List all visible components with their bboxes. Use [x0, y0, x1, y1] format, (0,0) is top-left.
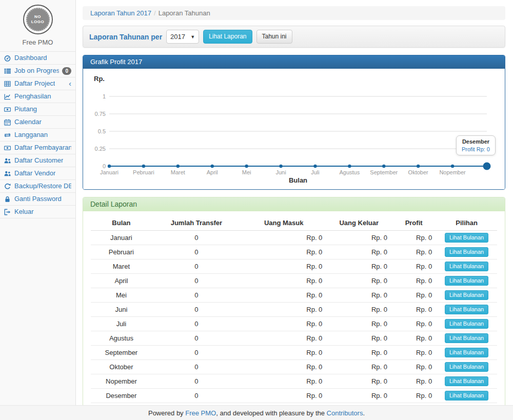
count-badge: 0 [62, 67, 71, 75]
lihat-bulanan-button[interactable]: Lihat Bulanan [445, 319, 488, 329]
svg-text:Agustus: Agustus [339, 169, 360, 175]
sidebar-item-backup-restore-db[interactable]: Backup/Restore DB [0, 180, 75, 193]
cell-pilihan: Lihat Bulanan [436, 303, 497, 317]
svg-text:Rp.: Rp. [94, 75, 105, 83]
cell-profit: Rp. 0 [391, 374, 436, 389]
cell-profit: Rp. 0 [391, 259, 436, 274]
cell-uang-keluar: Rp. 0 [326, 389, 391, 403]
cell-bulan: Januari [91, 231, 152, 245]
cell-jumlah-transfer: 0 [152, 274, 241, 288]
sidebar-menu: DashboardJob on Progress0Daftar Project‹… [0, 51, 75, 218]
cell-profit: Rp. 0 [391, 288, 436, 303]
main-content: Laporan Tahun 2017/Laporan Tahunan Lapor… [76, 0, 513, 405]
cell-bulan: Juni [91, 303, 152, 317]
retweet-icon [4, 132, 11, 138]
cell-profit: Rp. 0 [391, 274, 436, 288]
sidebar-item-label: Keluar [14, 208, 34, 216]
lihat-bulanan-button[interactable]: Lihat Bulanan [445, 305, 488, 314]
cell-uang-masuk: Rp. 0 [241, 303, 326, 317]
cell-bulan: Oktober [91, 360, 152, 374]
lihat-bulanan-button[interactable]: Lihat Bulanan [445, 362, 488, 372]
sidebar-item-daftar-vendor[interactable]: Daftar Vendor [0, 167, 75, 180]
cell-profit: Rp. 0 [391, 331, 436, 346]
table-row-juni: Juni0Rp. 0Rp. 0Rp. 0Lihat Bulanan [91, 303, 497, 317]
lihat-bulanan-button[interactable]: Lihat Bulanan [445, 333, 488, 343]
cell-uang-masuk: Rp. 0 [241, 360, 326, 374]
sidebar-item-label: Job on Progress [14, 67, 59, 75]
tahun-ini-button[interactable]: Tahun ini [256, 30, 292, 44]
logo-text-line1: NO [34, 14, 41, 19]
cell-uang-masuk: Rp. 0 [241, 374, 326, 389]
sidebar-item-piutang[interactable]: Piutang [0, 103, 75, 116]
cell-uang-masuk: Rp. 0 [241, 245, 326, 259]
sidebar-item-penghasilan[interactable]: Penghasilan [0, 90, 75, 103]
footer-middle: , and developed with pleasure by the [216, 409, 326, 417]
grafik-profit-svg: 00.250.50.751JanuariPebruariMaretAprilMe… [91, 73, 496, 184]
cell-jumlah-transfer: 0 [152, 245, 241, 259]
col-header-jumlah-transfer: Jumlah Transfer [152, 215, 241, 231]
sidebar-item-dashboard[interactable]: Dashboard [0, 52, 75, 65]
cell-jumlah-transfer: 0 [152, 303, 241, 317]
calendar-icon [4, 119, 11, 126]
sidebar-item-label: Backup/Restore DB [14, 182, 71, 190]
svg-text:Juli: Juli [311, 169, 320, 175]
svg-text:Oktober: Oktober [408, 169, 428, 175]
sidebar-item-ganti-password[interactable]: Ganti Password [0, 193, 75, 206]
table-row-september: September0Rp. 0Rp. 0Rp. 0Lihat Bulanan [91, 346, 497, 360]
lihat-bulanan-button[interactable]: Lihat Bulanan [445, 376, 488, 386]
table-row-nopember: Nopember0Rp. 0Rp. 0Rp. 0Lihat Bulanan [91, 374, 497, 389]
lihat-bulanan-button[interactable]: Lihat Bulanan [445, 262, 488, 271]
lihat-bulanan-button[interactable]: Lihat Bulanan [445, 348, 488, 357]
sidebar-item-daftar-customer[interactable]: Daftar Customer [0, 154, 75, 167]
year-select-value: 2017 [170, 33, 185, 41]
users-icon [4, 157, 11, 164]
users-icon [4, 170, 11, 177]
sidebar: NO LOGO Free PMO DashboardJob on Progres… [0, 0, 76, 405]
sidebar-item-label: Daftar Pembayaran [14, 144, 71, 152]
cell-uang-keluar: Rp. 0 [326, 331, 391, 346]
dashboard-icon [4, 55, 11, 62]
lihat-bulanan-button[interactable]: Lihat Bulanan [445, 247, 488, 257]
cell-jumlah-transfer: 0 [152, 288, 241, 303]
sidebar-item-keluar[interactable]: Keluar [0, 206, 75, 218]
svg-text:Pebruari: Pebruari [133, 169, 154, 175]
sidebar-item-label: Langganan [14, 131, 48, 139]
sidebar-item-label: Piutang [14, 105, 37, 113]
footer-suffix: . [363, 409, 365, 417]
sidebar-item-langganan[interactable]: Langganan [0, 129, 75, 142]
contributors-link[interactable]: Contributors [327, 409, 363, 417]
breadcrumb-current: Laporan Tahunan [159, 9, 210, 17]
cell-profit: Rp. 0 [391, 231, 436, 245]
cell-uang-masuk: Rp. 0 [241, 259, 326, 274]
sidebar-item-calendar[interactable]: Calendar [0, 116, 75, 129]
cell-bulan: Maret [91, 259, 152, 274]
table-row-april: April0Rp. 0Rp. 0Rp. 0Lihat Bulanan [91, 274, 497, 288]
sidebar-item-daftar-project[interactable]: Daftar Project‹ [0, 77, 75, 90]
lihat-bulanan-button[interactable]: Lihat Bulanan [445, 391, 488, 401]
year-select[interactable]: 2017 ▼ [166, 30, 199, 44]
lihat-bulanan-button[interactable]: Lihat Bulanan [445, 290, 488, 300]
cell-uang-masuk: Rp. 0 [241, 288, 326, 303]
cell-profit: Rp. 0 [391, 389, 436, 403]
lihat-laporan-button[interactable]: Lihat Laporan [203, 30, 252, 44]
svg-text:September: September [370, 169, 398, 175]
cell-bulan: September [91, 346, 152, 360]
app-logo: NO LOGO [23, 5, 53, 34]
cell-profit: Rp. 0 [391, 303, 436, 317]
free-pmo-link[interactable]: Free PMO [185, 409, 216, 417]
sidebar-item-job-on-progress[interactable]: Job on Progress0 [0, 65, 75, 77]
sidebar-item-label: Daftar Project [14, 79, 55, 88]
cell-bulan: Pebruari [91, 245, 152, 259]
cell-profit: Rp. 0 [391, 346, 436, 360]
cell-uang-keluar: Rp. 0 [326, 274, 391, 288]
svg-text:Juni: Juni [275, 169, 286, 175]
svg-text:0: 0 [103, 163, 106, 169]
lihat-bulanan-button[interactable]: Lihat Bulanan [445, 276, 488, 286]
cell-bulan: Agustus [91, 331, 152, 346]
cell-pilihan: Lihat Bulanan [436, 331, 497, 346]
breadcrumb-link-laporan-tahun[interactable]: Laporan Tahun 2017 [90, 9, 151, 17]
detail-panel-body: BulanJumlah TransferUang MasukUang Kelua… [83, 211, 505, 419]
sidebar-item-label: Ganti Password [14, 195, 62, 203]
lihat-bulanan-button[interactable]: Lihat Bulanan [445, 233, 488, 243]
sidebar-item-daftar-pembayaran[interactable]: Daftar Pembayaran [0, 142, 75, 154]
